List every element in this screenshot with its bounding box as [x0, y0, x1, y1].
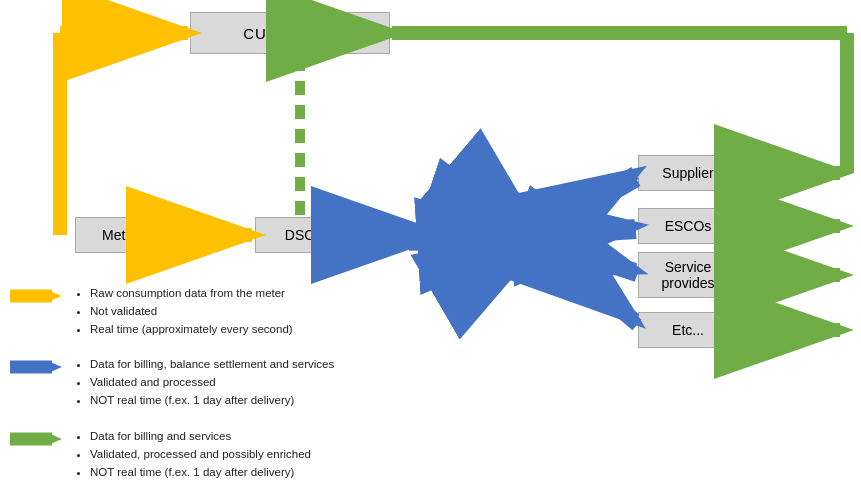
svg-marker-32	[48, 433, 62, 445]
green-arrow-icon	[10, 430, 62, 452]
escos-label: ESCOs	[665, 218, 712, 234]
svg-line-16	[544, 244, 637, 275]
datahub-box: Datahub	[440, 217, 540, 253]
service-label: Service provides	[662, 259, 715, 291]
dso-label: DSO	[285, 227, 315, 243]
legend: Raw consumption data from the meter Not …	[10, 285, 440, 499]
legend-green: Data for billing and services Validated,…	[10, 428, 440, 481]
legend-orange: Raw consumption data from the meter Not …	[10, 285, 440, 338]
diagram-area: CUSTOMER Meter DSO Datahub Supplier ESCO…	[0, 0, 861, 504]
customer-label: CUSTOMER	[243, 25, 337, 42]
orange-legend-text: Raw consumption data from the meter Not …	[74, 285, 293, 338]
svg-line-15	[541, 240, 635, 270]
etc-box: Etc...	[638, 312, 738, 348]
orange-arrow-icon	[10, 287, 62, 309]
service-box: Service provides	[638, 252, 738, 298]
svg-line-17	[541, 244, 635, 320]
legend-blue: Data for billing, balance settlement and…	[10, 356, 440, 409]
blue-arrow-icon	[10, 358, 62, 380]
svg-line-12	[544, 180, 637, 234]
svg-line-13	[541, 226, 635, 235]
blue-legend-text: Data for billing, balance settlement and…	[74, 356, 334, 409]
svg-line-14	[543, 232, 636, 238]
svg-marker-28	[48, 290, 62, 302]
escos-box: ESCOs	[638, 208, 738, 244]
supplier-label: Supplier	[662, 165, 713, 181]
supplier-box: Supplier	[638, 155, 738, 191]
svg-line-18	[545, 247, 637, 325]
etc-label: Etc...	[672, 322, 704, 338]
meter-box: Meter	[75, 217, 165, 253]
green-legend-text: Data for billing and services Validated,…	[74, 428, 311, 481]
customer-box: CUSTOMER	[190, 12, 390, 54]
dso-box: DSO	[255, 217, 345, 253]
datahub-label: Datahub	[464, 227, 517, 243]
svg-marker-30	[48, 361, 62, 373]
svg-line-11	[541, 173, 635, 230]
meter-label: Meter	[102, 227, 138, 243]
